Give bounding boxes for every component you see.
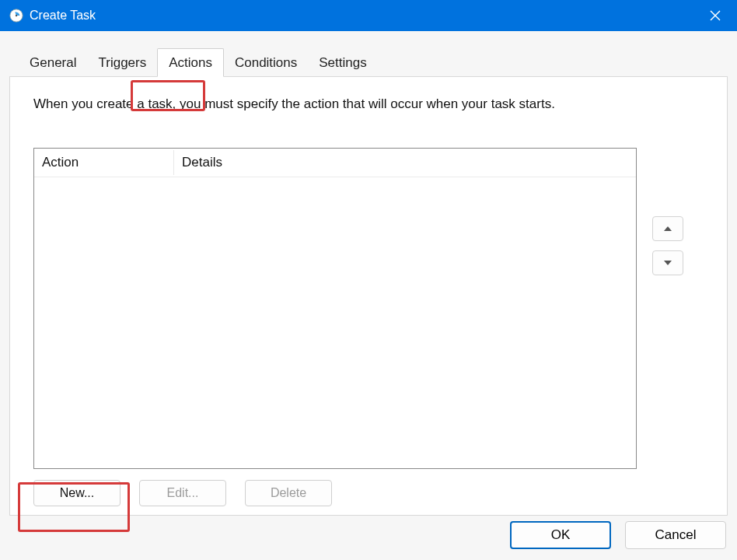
app-icon	[9, 9, 23, 23]
tab-general[interactable]: General	[19, 49, 87, 76]
edit-button[interactable]: Edit...	[139, 480, 226, 506]
new-button[interactable]: New...	[33, 480, 121, 506]
chevron-down-icon	[664, 261, 672, 265]
instruction-text: When you create a task, you must specify…	[33, 96, 704, 112]
svg-point-1	[16, 15, 17, 16]
tab-triggers[interactable]: Triggers	[87, 49, 157, 76]
move-down-button[interactable]	[652, 250, 683, 275]
tabpage-actions: When you create a task, you must specify…	[9, 76, 728, 516]
window-body: General Triggers Actions Conditions Sett…	[0, 31, 737, 560]
cancel-button[interactable]: Cancel	[625, 521, 726, 549]
window-title: Create Task	[30, 9, 96, 23]
close-button[interactable]	[693, 0, 737, 31]
reorder-buttons	[652, 216, 683, 275]
actions-table-body[interactable]	[34, 177, 636, 468]
column-header-action[interactable]: Action	[34, 150, 174, 175]
delete-button[interactable]: Delete	[245, 480, 332, 506]
actions-list-wrap: Action Details	[33, 148, 704, 469]
ok-button[interactable]: OK	[510, 521, 611, 549]
tab-actions[interactable]: Actions	[157, 48, 224, 77]
tab-conditions[interactable]: Conditions	[224, 49, 308, 76]
actions-table-header: Action Details	[34, 149, 636, 177]
move-up-button[interactable]	[652, 216, 683, 241]
dialog-buttons: OK Cancel	[510, 521, 726, 549]
actions-table[interactable]: Action Details	[33, 148, 637, 469]
column-header-details[interactable]: Details	[174, 150, 636, 175]
action-row-buttons: New... Edit... Delete	[33, 480, 704, 506]
close-icon	[710, 10, 721, 21]
title-bar: Create Task	[0, 0, 737, 31]
tab-settings[interactable]: Settings	[308, 49, 377, 76]
tab-strip: General Triggers Actions Conditions Sett…	[0, 31, 737, 76]
chevron-up-icon	[664, 226, 672, 231]
